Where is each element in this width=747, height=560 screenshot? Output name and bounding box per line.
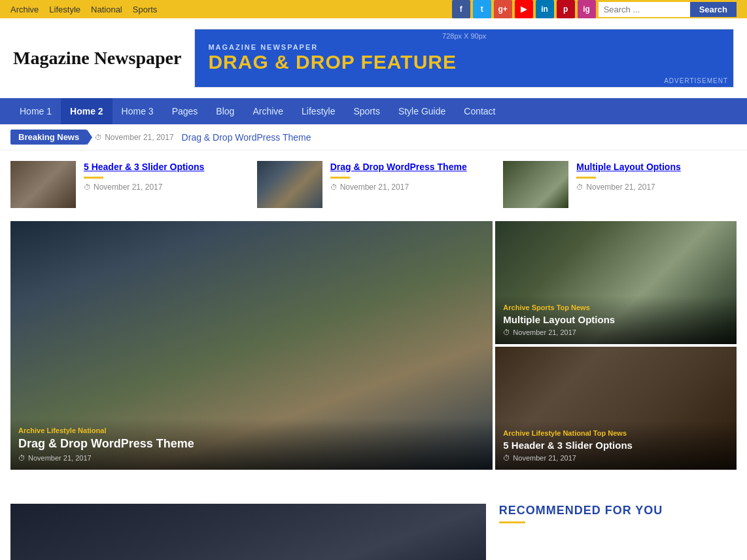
- search-bar: Search: [599, 2, 737, 17]
- topbar-lifestyle[interactable]: Lifestyle: [49, 5, 80, 14]
- ad-subtitle: Magazine Newspaper: [208, 43, 720, 51]
- feature-main-time: November 21, 2017: [18, 454, 485, 462]
- bottom-section: RECOMMENDED FOR YOU: [0, 493, 747, 560]
- article-time-1: November 21, 2017: [84, 183, 204, 192]
- article-divider-1: [84, 177, 103, 179]
- article-divider-3: [576, 177, 596, 179]
- article-info-2: Drag & Drop WordPress Theme November 21,…: [330, 161, 467, 208]
- nav-home3: Home 3: [113, 98, 163, 124]
- ad-title: DRAG & DROP FEATURE: [208, 51, 720, 73]
- google-plus-icon[interactable]: g+: [494, 0, 512, 18]
- feature-grid: Archive Lifestyle National Drag & Drop W…: [10, 221, 737, 470]
- topbar-sports[interactable]: Sports: [133, 5, 158, 14]
- nav-sports: Sports: [344, 98, 389, 124]
- feature-main: Archive Lifestyle National Drag & Drop W…: [10, 221, 493, 470]
- nav-lifestyle: Lifestyle: [292, 98, 344, 124]
- feature-sub-bottom: Archive Lifestyle National Top News 5 He…: [495, 347, 737, 470]
- nav-archive-link[interactable]: Archive: [243, 98, 292, 124]
- nav-blog-link[interactable]: Blog: [207, 98, 243, 124]
- feature-sub-top-overlay: Archive Sports Top News Multiple Layout …: [495, 296, 737, 344]
- top-bar-right: f t g+ ▶ in p ig Search: [452, 0, 737, 18]
- nav-style-guide-link[interactable]: Style Guide: [389, 98, 455, 124]
- article-title-2[interactable]: Drag & Drop WordPress Theme: [330, 162, 467, 172]
- clock-icon: [84, 183, 91, 192]
- linkedin-icon[interactable]: in: [536, 0, 554, 18]
- nav-home2: Home 2: [61, 98, 113, 124]
- youtube-icon[interactable]: ▶: [515, 0, 533, 18]
- nav-home1-link[interactable]: Home 1: [10, 98, 61, 124]
- main-nav: Home 1 Home 2 Home 3 Pages Blog Archive …: [0, 98, 747, 124]
- nav-sports-link[interactable]: Sports: [344, 98, 389, 124]
- article-title-1[interactable]: 5 Header & 3 Slider Options: [84, 162, 204, 172]
- feature-right: Archive Sports Top News Multiple Layout …: [495, 221, 737, 470]
- nav-home1: Home 1: [10, 98, 61, 124]
- clock-icon: [18, 454, 26, 462]
- site-logo: Magazine Newspaper: [13, 48, 181, 69]
- breaking-news-badge: Breaking News: [10, 130, 87, 145]
- clock-icon: [330, 183, 338, 192]
- search-input[interactable]: [599, 2, 690, 17]
- nav-contact-link[interactable]: Contact: [455, 98, 504, 124]
- article-title-3[interactable]: Multiple Layout Options: [576, 162, 680, 172]
- article-thumb-1: [10, 161, 76, 208]
- breaking-news-bar: Breaking News November 21, 2017 Drag & D…: [0, 124, 747, 150]
- clock-icon: [95, 133, 102, 142]
- article-info-3: Multiple Layout Options November 21, 201…: [576, 161, 680, 208]
- clock-icon: [503, 454, 510, 462]
- article-row: 5 Header & 3 Slider Options November 21,…: [10, 161, 737, 208]
- article-thumb-2: [257, 161, 322, 208]
- article-divider-2: [330, 177, 350, 179]
- pinterest-icon[interactable]: p: [557, 0, 575, 18]
- breaking-news-link[interactable]: Drag & Drop WordPress Theme: [182, 132, 311, 143]
- top-bar: Archive Lifestyle National Sports f t g+…: [0, 0, 747, 18]
- nav-contact: Contact: [455, 98, 504, 124]
- nav-lifestyle-link[interactable]: Lifestyle: [292, 98, 344, 124]
- topbar-national[interactable]: National: [91, 5, 122, 14]
- feature-sub-top-tags: Archive Sports Top News: [503, 304, 729, 311]
- nav-archive: Archive: [243, 98, 292, 124]
- article-thumb-3: [503, 161, 568, 208]
- nav-pages-link[interactable]: Pages: [163, 98, 207, 124]
- recommended-section: RECOMMENDED FOR YOU: [499, 504, 737, 560]
- article-time-3: November 21, 2017: [576, 183, 680, 192]
- feature-sub-bottom-time: November 21, 2017: [503, 454, 729, 462]
- nav-home2-link[interactable]: Home 2: [61, 98, 113, 124]
- article-card-3: Multiple Layout Options November 21, 201…: [503, 161, 737, 208]
- feature-sub-top: Archive Sports Top News Multiple Layout …: [495, 221, 737, 344]
- search-button[interactable]: Search: [690, 2, 737, 17]
- ad-banner: 728px X 90px Magazine Newspaper DRAG & D…: [194, 29, 734, 88]
- recommended-title: RECOMMENDED FOR YOU: [499, 504, 737, 517]
- top-bar-nav: Archive Lifestyle National Sports: [10, 5, 157, 14]
- feature-main-overlay: Archive Lifestyle National Drag & Drop W…: [10, 419, 493, 470]
- article-card-1: 5 Header & 3 Slider Options November 21,…: [10, 161, 244, 208]
- breaking-news-time: November 21, 2017: [95, 133, 173, 142]
- feature-sub-bottom-overlay: Archive Lifestyle National Top News 5 He…: [495, 421, 737, 470]
- clock-icon: [503, 328, 510, 336]
- twitter-icon[interactable]: t: [473, 0, 491, 18]
- feature-sub-bottom-tags: Archive Lifestyle National Top News: [503, 429, 729, 437]
- article-info-1: 5 Header & 3 Slider Options November 21,…: [84, 161, 204, 208]
- main-content: 5 Header & 3 Slider Options November 21,…: [0, 150, 747, 493]
- bottom-left-image: [10, 504, 486, 560]
- article-time-2: November 21, 2017: [330, 183, 467, 192]
- nav-pages: Pages: [163, 98, 207, 124]
- facebook-icon[interactable]: f: [452, 0, 470, 18]
- feature-main-tags: Archive Lifestyle National: [18, 427, 485, 434]
- nav-blog: Blog: [207, 98, 243, 124]
- nav-home3-link[interactable]: Home 3: [113, 98, 163, 124]
- nav-style-guide: Style Guide: [389, 98, 455, 124]
- feature-sub-bottom-title[interactable]: 5 Header & 3 Slider Options: [503, 440, 729, 451]
- header: Magazine Newspaper 728px X 90px Magazine…: [0, 18, 747, 98]
- feature-sub-top-time: November 21, 2017: [503, 328, 729, 336]
- topbar-archive[interactable]: Archive: [10, 5, 39, 14]
- clock-icon: [576, 183, 583, 192]
- feature-main-title[interactable]: Drag & Drop WordPress Theme: [18, 437, 485, 451]
- ad-size: 728px X 90px: [442, 32, 486, 40]
- ad-label: ADVERTISEMENT: [664, 77, 728, 84]
- feature-sub-top-title[interactable]: Multiple Layout Options: [503, 314, 729, 326]
- instagram-icon[interactable]: ig: [578, 0, 596, 18]
- article-card-2: Drag & Drop WordPress Theme November 21,…: [257, 161, 491, 208]
- recommended-divider: [499, 521, 525, 523]
